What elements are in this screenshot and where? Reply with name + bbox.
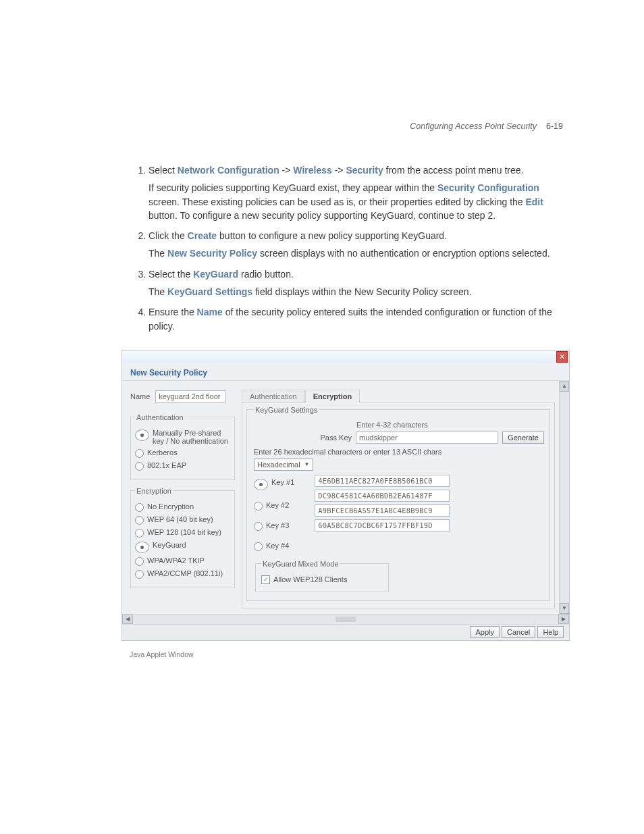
radio-key4[interactable]: Key #4 — [254, 542, 294, 551]
kw-sec-config: Security Configuration — [437, 182, 539, 193]
allow-wep128-checkbox[interactable]: ✓ Allow WEP128 Clients — [261, 575, 383, 584]
scroll-up-icon[interactable]: ▲ — [560, 381, 569, 392]
kw-wireless: Wireless — [293, 165, 331, 176]
radio-icon — [135, 570, 144, 579]
radio-icon — [135, 462, 144, 471]
radio-wpa-tkip[interactable]: WPA/WPA2 TKIP — [135, 556, 230, 566]
radio-key2[interactable]: Key #2 — [254, 501, 294, 511]
close-icon[interactable]: ✕ — [556, 351, 568, 363]
step-3: Select the KeyGuard radio button. The Ke… — [149, 267, 563, 299]
instruction-list: Select Network Configuration -> Wireless… — [128, 163, 563, 333]
radio-icon — [135, 542, 149, 553]
kw-network-config: Network Configuration — [178, 165, 279, 176]
name-label: Name — [130, 392, 150, 400]
dialog-title: New Security Policy — [122, 363, 569, 381]
radio-kerberos[interactable]: Kerberos — [135, 448, 230, 458]
radio-8021x-eap[interactable]: 802.1x EAP — [135, 461, 230, 471]
tab-encryption[interactable]: Encryption — [305, 390, 360, 403]
kw-edit: Edit — [525, 197, 543, 207]
radio-icon — [135, 449, 144, 458]
kw-new-sec-policy: New Security Policy — [167, 248, 257, 259]
radio-icon — [135, 503, 144, 512]
radio-icon — [135, 516, 144, 525]
radio-icon — [254, 479, 268, 490]
radio-icon — [254, 542, 263, 551]
step-2: Click the Create button to configure a n… — [149, 229, 563, 261]
kw-security: Security — [346, 165, 383, 176]
keyguard-settings-group: KeyGuard Settings Enter 4-32 characters … — [246, 406, 550, 601]
hex-hint: Enter 26 hexadecimal characters or enter… — [254, 448, 544, 456]
page-header: Configuring Access Point Security 6-19 — [128, 122, 563, 131]
kw-create: Create — [188, 230, 217, 241]
radio-mpk[interactable]: Manually Pre-shared key / No authenticat… — [135, 429, 230, 445]
java-applet-footer: Java Applet Window — [128, 648, 563, 658]
chevron-down-icon: ▼ — [304, 461, 310, 467]
cancel-button[interactable]: Cancel — [502, 626, 535, 638]
radio-wep64[interactable]: WEP 64 (40 bit key) — [135, 515, 230, 525]
scroll-down-icon[interactable]: ▼ — [560, 603, 569, 614]
format-select[interactable]: Hexadecimal ▼ — [254, 459, 313, 471]
radio-icon — [135, 557, 144, 566]
radio-keyguard[interactable]: KeyGuard — [135, 541, 230, 553]
radio-wpa2-ccmp[interactable]: WPA2/CCMP (802.11i) — [135, 569, 230, 579]
section-title: Configuring Access Point Security — [410, 122, 537, 131]
help-button[interactable]: Help — [537, 626, 564, 638]
kw-keyguard: KeyGuard — [193, 269, 238, 280]
horizontal-scrollbar[interactable]: ◀ ▶ — [122, 614, 569, 624]
new-security-policy-dialog: ✕ New Security Policy Name keyguard 2nd … — [122, 350, 570, 641]
kw-keyguard-settings: KeyGuard Settings — [167, 286, 252, 297]
passkey-input[interactable]: mudskipper — [356, 432, 498, 444]
key4-input[interactable]: 60A58C8C7DCBC6F1757FFBF19D — [315, 519, 450, 531]
authentication-group: Authentication Manually Pre-shared key /… — [130, 413, 235, 480]
apply-button[interactable]: Apply — [470, 626, 500, 638]
passkey-label: Pass Key — [254, 434, 352, 442]
generate-button[interactable]: Generate — [502, 432, 544, 444]
radio-icon — [254, 502, 263, 511]
radio-icon — [135, 529, 144, 538]
radio-no-encryption[interactable]: No Encryption — [135, 502, 230, 512]
key3-input[interactable]: A9BFCECB6A557E1ABC4E8B9BC9 — [315, 504, 450, 517]
scroll-right-icon[interactable]: ▶ — [558, 615, 569, 624]
encryption-group: Encryption No Encryption WEP 64 (40 bit … — [130, 487, 235, 588]
page-number: 6-19 — [546, 122, 563, 131]
step-1: Select Network Configuration -> Wireless… — [149, 163, 563, 222]
key2-input[interactable]: DC98C4581C4A60BDB2EA61487F — [315, 490, 450, 502]
name-input[interactable]: keyguard 2nd floor — [155, 390, 226, 402]
kw-name: Name — [197, 307, 223, 317]
dialog-titlebar: ✕ — [122, 350, 569, 363]
step-4: Ensure the Name of the security policy e… — [149, 305, 563, 333]
radio-icon — [254, 522, 263, 531]
keyguard-mixed-mode-group: KeyGuard Mixed Mode ✓ Allow WEP128 Clien… — [255, 560, 389, 592]
radio-key3[interactable]: Key #3 — [254, 521, 294, 531]
scroll-left-icon[interactable]: ◀ — [122, 615, 133, 624]
tab-authentication[interactable]: Authentication — [242, 390, 305, 403]
key1-input[interactable]: 4E6DB11AEC827A0FE8B5061BC0 — [315, 475, 450, 487]
radio-wep128[interactable]: WEP 128 (104 bit key) — [135, 528, 230, 538]
enter-chars-hint: Enter 4-32 characters — [356, 421, 544, 429]
checkbox-icon: ✓ — [261, 575, 270, 584]
radio-icon — [135, 429, 149, 441]
radio-key1[interactable]: Key #1 — [254, 478, 294, 490]
vertical-scrollbar[interactable]: ▲ ▼ — [559, 381, 569, 614]
